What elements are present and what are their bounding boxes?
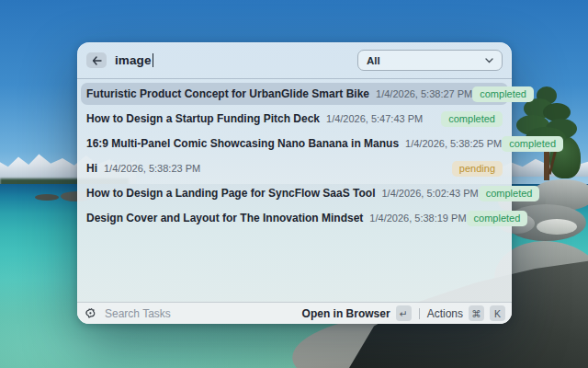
chevron-down-icon	[485, 58, 493, 63]
status-badge: completed	[441, 111, 503, 127]
task-timestamp: 1/4/2026, 5:38:25 PM	[405, 138, 502, 149]
task-timestamp: 1/4/2026, 5:38:19 PM	[369, 213, 466, 224]
task-timestamp: 1/4/2026, 5:47:43 PM	[326, 113, 423, 124]
footer-actions: Open in Browser ↵ Actions ⌘ K	[302, 305, 505, 321]
task-title: How to Design a Startup Funding Pitch De…	[86, 112, 320, 125]
task-list: Futuristic Product Concept for UrbanGlid…	[77, 78, 512, 232]
task-timestamp: 1/4/2026, 5:02:43 PM	[381, 188, 478, 199]
submerged-rock	[537, 219, 577, 235]
task-title: 16:9 Multi-Panel Comic Showcasing Nano B…	[86, 137, 399, 150]
task-title: How to Design a Landing Page for SyncFlo…	[86, 187, 375, 200]
status-badge: completed	[502, 136, 563, 152]
task-row[interactable]: How to Design a Landing Page for SyncFlo…	[81, 182, 508, 204]
filter-dropdown[interactable]: All	[357, 50, 503, 71]
open-in-browser-button[interactable]: Open in Browser	[302, 307, 390, 320]
panel-footer: Search Tasks Open in Browser ↵ Actions ⌘…	[77, 302, 512, 324]
task-row[interactable]: Futuristic Product Concept for UrbanGlid…	[81, 83, 508, 105]
task-row[interactable]: 16:9 Multi-Panel Comic Showcasing Nano B…	[81, 132, 508, 155]
task-timestamp: 1/4/2026, 5:38:23 PM	[104, 163, 200, 174]
status-badge: completed	[467, 211, 528, 226]
status-badge: completed	[479, 186, 540, 201]
task-title: Futuristic Product Concept for UrbanGlid…	[86, 87, 369, 100]
desktop: image All Futuristic Product Concept for…	[0, 0, 588, 368]
footer-divider	[419, 308, 420, 319]
actions-menu-button[interactable]: Actions	[427, 307, 463, 320]
task-row[interactable]: Design Cover and Layout for The Innovati…	[81, 207, 508, 229]
left-arrow-icon	[92, 56, 102, 65]
back-button[interactable]	[86, 52, 107, 68]
task-title: Hi	[86, 162, 97, 175]
search-query-text: image	[115, 53, 152, 67]
status-badge: pending	[452, 161, 503, 177]
text-caret	[153, 53, 154, 67]
empty-results-area	[77, 232, 512, 302]
manus-logo-icon	[84, 307, 96, 320]
footer-hint-label: Search Tasks	[105, 307, 171, 320]
search-bar: image All	[77, 42, 512, 78]
search-input[interactable]: image	[115, 53, 153, 67]
task-timestamp: 1/4/2026, 5:38:27 PM	[376, 88, 472, 99]
status-badge: completed	[472, 86, 534, 102]
cmd-keycap: ⌘	[469, 305, 484, 321]
task-title: Design Cover and Layout for The Innovati…	[86, 212, 363, 224]
filter-selected-value: All	[367, 55, 380, 66]
rock-islet	[35, 194, 59, 201]
return-keycap: ↵	[396, 305, 412, 321]
task-row[interactable]: How to Design a Startup Funding Pitch De…	[81, 108, 508, 130]
task-row[interactable]: Hi 1/4/2026, 5:38:23 PM pending	[81, 157, 508, 179]
task-search-panel: image All Futuristic Product Concept for…	[77, 42, 512, 324]
k-keycap: K	[490, 305, 505, 321]
